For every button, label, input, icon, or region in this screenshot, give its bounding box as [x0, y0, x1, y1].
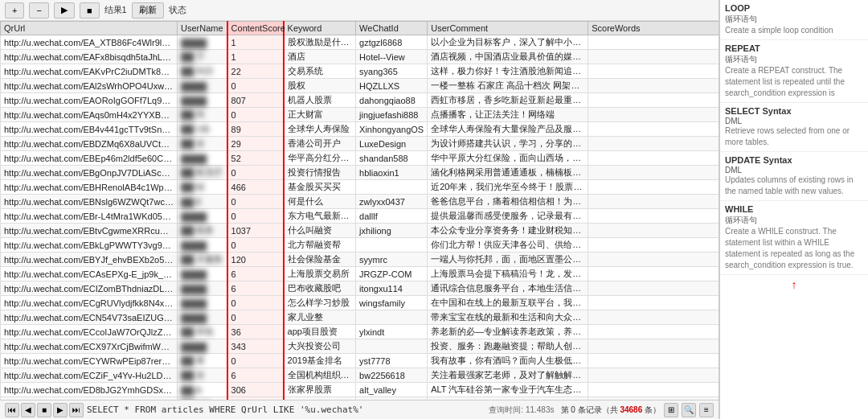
stop-nav-button[interactable]: ■ — [37, 403, 51, 417]
cell-comment: 华中平原大分红保险，面向山西场，以山西！股票，投资，交易，股份，股份公司 — [428, 151, 588, 166]
col-header-usercomment[interactable]: UserComment — [428, 22, 588, 35]
cell-scorewords — [588, 166, 719, 180]
cell-score: 0 — [227, 296, 284, 310]
toolbar: + − ▶ ■ 结果1 刷新 状态 — [0, 0, 719, 21]
cell-url: http://u.wechat.com/EAORoIgGOFf7Lq9cor7F… — [1, 93, 178, 108]
search-button[interactable]: 🔍 — [682, 403, 696, 417]
table-row[interactable]: http://u.wechat.com/ED8bJG2YmhGDSxk6PRHx… — [1, 383, 719, 397]
table-row[interactable]: http://u.wechat.com/EBYJf_ehvBEXb2o5ltXJ… — [1, 253, 719, 267]
cell-keyword: 交易系统 — [284, 64, 356, 79]
cell-url: http://u.wechat.com/EBgOnpJV7DLiAScvVXcQ… — [1, 166, 178, 180]
sidebar-item-title: SELECT Syntax — [725, 106, 863, 116]
grid-view-button[interactable]: ⊞ — [664, 403, 678, 417]
cell-comment: 上海股票马会提下稿稿沿号！龙，发股，股票，发行股票 — [428, 267, 588, 281]
cell-wechat — [356, 339, 428, 354]
cell-url: http://u.wechat.com/EBtvCgwmeXRRcuDnukQq… — [1, 224, 178, 238]
table-row[interactable]: http://u.wechat.com/EAORoIgGOFf7Lq9cor7F… — [1, 93, 719, 108]
table-row[interactable]: http://u.wechat.com/EAKvPrC2iuDMTk8p99pS… — [1, 64, 719, 79]
record-suffix: 条） — [645, 405, 661, 414]
cell-score: 0 — [227, 195, 284, 209]
cell-username: ▓▓ 尚 — [178, 108, 227, 122]
cell-username: ▓▓ 于 — [178, 50, 227, 64]
col-header-username[interactable]: UserName — [178, 22, 227, 35]
refresh-button[interactable]: 刷新 — [132, 2, 164, 18]
filter-button[interactable]: ≡ — [699, 403, 714, 417]
table-row[interactable]: http://u.wechat.com/ECIZomBThdniazDLsTCO… — [1, 281, 719, 296]
cell-wechat — [356, 238, 428, 253]
col-header-contentscore[interactable]: ContentScore — [227, 22, 284, 35]
table-row[interactable]: http://u.wechat.com/EBkLgPWWTY3vg9Twt7vU… — [1, 238, 719, 253]
col-header-keyword[interactable]: Keyword — [284, 22, 356, 35]
sidebar-item-title: UPDATE Syntax — [725, 155, 863, 165]
table-container[interactable]: QrUrl UserName ContentScore Keyword WeCh… — [0, 21, 719, 400]
cell-username: ▓▓▓▓ — [178, 35, 227, 50]
cell-username: ▓▓ 刘日 — [178, 64, 227, 79]
cell-score: 600 — [227, 397, 284, 401]
cell-comment: 近20年来，我们光华至今终于！股票，基金，投资，天使投资，股权投资，股份，股份，… — [428, 180, 588, 195]
cell-comment: 涵化利格网采用普通通通板，楠楠板，铝钙，锁扣 — [428, 166, 588, 180]
table-row[interactable]: http://u.wechat.com/EBEp46m2ldf5e60Cay1s… — [1, 151, 719, 166]
table-row[interactable]: http://u.wechat.com/ECAsEPXg-E_jp9k_2r4D… — [1, 267, 719, 281]
cell-keyword: 北方帮融资帮 — [284, 238, 356, 253]
last-page-button[interactable]: ⏭ — [69, 403, 84, 417]
cell-scorewords — [588, 151, 719, 166]
cell-keyword: 怎么样学习炒股 — [284, 296, 356, 310]
stop-button[interactable]: ■ — [80, 2, 100, 18]
col-header-qrurl[interactable]: QrUrl — [1, 22, 178, 35]
table-row[interactable]: http://u.wechat.com/EB4v441gcTTv9tSnqblw… — [1, 122, 719, 137]
first-page-button[interactable]: ⏮ — [5, 403, 19, 417]
table-row[interactable]: http://u.wechat.com/EBDZMq6X8aUVCtafaMA-… — [1, 137, 719, 151]
sidebar-item-update-syntax[interactable]: UPDATE SyntaxDMLUpdates columns of exist… — [720, 152, 868, 201]
table-row[interactable]: http://u.wechat.com/EBtvCgwmeXRRcuDnukQq… — [1, 224, 719, 238]
cell-url: http://u.wechat.com/EBNslg6WZWQt7wclH1DV… — [1, 195, 178, 209]
add-button[interactable]: + — [5, 2, 24, 18]
cell-scorewords — [588, 122, 719, 137]
table-row[interactable]: http://u.wechat.com/EA_XTB86Fc4Wlr9lqJcC… — [1, 35, 719, 50]
table-row[interactable]: http://u.wechat.com/EAl2sWrhOPO4UxwllVZ6… — [1, 79, 719, 93]
record-info: 第 0 条记录（共 34686 条） — [561, 405, 661, 416]
table-row[interactable]: http://u.wechat.com/EAqs0mH4x2YYXBQs0dJx… — [1, 108, 719, 122]
table-row[interactable]: http://u.wechat.com/ECcoIJaW7OrQJlzZ2N4A… — [1, 325, 719, 339]
cell-username: ▓▓▓▓ — [178, 296, 227, 310]
prev-page-button[interactable]: ◀ — [21, 403, 35, 417]
table-row[interactable]: http://u.wechat.com/ECN54V73saEIZUGvLEgF… — [1, 310, 719, 325]
cell-keyword: 机器人股票 — [284, 93, 356, 108]
cell-scorewords — [588, 79, 719, 93]
table-row[interactable]: http://u.wechat.com/ECgRUVlydjfkk8N4xa7Y… — [1, 296, 719, 310]
cell-url: http://u.wechat.com/EB4v441gcTTv9tSnqblw… — [1, 122, 178, 137]
table-row[interactable]: http://u.wechat.com/ECX97XrCjBwifmWH1_Rc… — [1, 339, 719, 354]
cell-wechat: Hotel--View — [356, 50, 428, 64]
col-header-scorewords[interactable]: ScoreWords — [588, 22, 719, 35]
table-row[interactable]: http://u.wechat.com/EBgOnpJV7DLiAScvVXcQ… — [1, 166, 719, 180]
table-row[interactable]: http://u.wechat.com/EBHRenolAB4c1Wp4OZbH… — [1, 180, 719, 195]
minus-button[interactable]: − — [29, 2, 48, 18]
table-row[interactable]: http://u.wechat.com/EBNslg6WZWQt7wclH1DV… — [1, 195, 719, 209]
cell-keyword: 2019基金排名 — [284, 354, 356, 368]
table-row[interactable]: http://u.wechat.com/EBr-L4tMra1WKd05EBaz… — [1, 209, 719, 224]
sidebar-item-loop[interactable]: LOOP循环语句Create a simple loop condition — [720, 0, 868, 40]
col-header-wechatid[interactable]: WeChatId — [356, 22, 428, 35]
table-body: http://u.wechat.com/EA_XTB86Fc4Wlr9lqJcC… — [1, 35, 719, 401]
cell-keyword: app项目股资 — [284, 325, 356, 339]
table-row[interactable]: http://u.wechat.com/ECYWRwPEip87rerRRvhO… — [1, 354, 719, 368]
table-row[interactable]: http://u.wechat.com/EAFx8bisqdh5taJhL9cl… — [1, 50, 719, 64]
cell-scorewords — [588, 281, 719, 296]
table-row[interactable]: http://u.wechat.com/EDeaAdNnVEcgqZapBA66… — [1, 397, 719, 401]
cell-username: ▓▓ 才服务 — [178, 253, 227, 267]
cell-url: http://u.wechat.com/EAl2sWrhOPO4UxwllVZ6… — [1, 79, 178, 93]
cell-wechat: jingjuefashi888 — [356, 108, 428, 122]
execute-button[interactable]: ▶ — [54, 2, 75, 18]
cell-keyword: 东方电气最新消息 — [284, 209, 356, 224]
cell-keyword: 华平高分红分望保 — [284, 151, 356, 166]
sidebar-item-repeat[interactable]: REPEAT循环语句Create a REPEAT construct. The… — [720, 40, 868, 103]
cell-keyword: 张家界股票 — [284, 383, 356, 397]
cell-username: ▓▓▓▓ — [178, 310, 227, 325]
cell-wechat: HQZLLXS — [356, 79, 428, 93]
table-row[interactable]: http://u.wechat.com/ECZiF_v4Yv-Hu2LD8C_R… — [1, 368, 719, 383]
cell-score: 89 — [227, 122, 284, 137]
next-page-button[interactable]: ▶ — [53, 403, 68, 417]
sidebar-item-select-syntax[interactable]: SELECT SyntaxDMLRetrieve rows selected f… — [720, 103, 868, 152]
cell-username: ▓▓ A — [178, 383, 227, 397]
sidebar-item-while[interactable]: WHILE循环语句Create a WHILE construct. The s… — [720, 201, 868, 275]
sidebar-items-container: LOOP循环语句Create a simple loop conditionRE… — [720, 0, 868, 275]
